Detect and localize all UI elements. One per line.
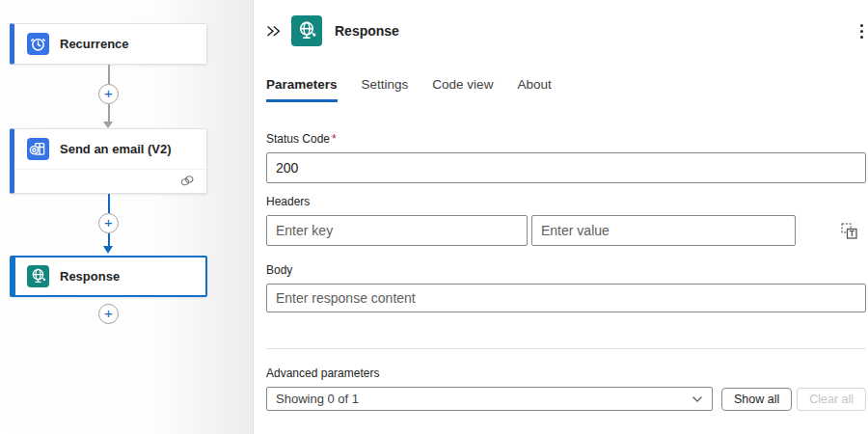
section-divider	[266, 348, 866, 349]
double-chevron-right-icon	[264, 24, 281, 39]
node-label: Response	[60, 269, 120, 284]
headers-key-input[interactable]	[266, 215, 528, 246]
more-options-button[interactable]	[857, 21, 866, 41]
advanced-parameters-dropdown[interactable]: Showing 0 of 1	[266, 387, 713, 411]
required-mark: *	[332, 132, 337, 146]
response-globe-icon	[291, 15, 322, 46]
flow-designer: Recurrence +	[0, 0, 868, 434]
connector-arrow	[103, 122, 113, 128]
insert-action-button[interactable]: +	[98, 304, 119, 324]
insert-action-button[interactable]: +	[98, 213, 119, 233]
flow-canvas[interactable]: Recurrence +	[0, 0, 254, 434]
tab-settings[interactable]: Settings	[362, 77, 409, 102]
panel-title: Response	[335, 23, 399, 39]
status-code-label: Status Code*	[266, 132, 866, 146]
connector-line	[108, 104, 110, 122]
node-send-email[interactable]: Send an email (V2)	[10, 128, 207, 194]
kebab-menu-icon	[860, 24, 863, 27]
tab-parameters[interactable]: Parameters	[266, 77, 338, 102]
headers-label: Headers	[266, 195, 866, 208]
headers-value-input[interactable]	[531, 215, 796, 246]
node-recurrence[interactable]: Recurrence	[10, 23, 207, 65]
outlook-icon	[27, 138, 49, 160]
panel-tabs: Parameters Settings Code view About	[266, 77, 866, 102]
clear-all-button[interactable]: Clear all	[797, 388, 866, 411]
collapse-panel-button[interactable]	[259, 18, 285, 43]
insert-action-button[interactable]: +	[98, 84, 119, 104]
body-input[interactable]	[266, 284, 866, 312]
tab-code-view[interactable]: Code view	[432, 77, 493, 102]
text-mode-icon: T	[840, 222, 858, 240]
status-code-input[interactable]	[266, 152, 866, 183]
connector-line	[108, 65, 110, 84]
dropdown-value: Showing 0 of 1	[276, 392, 359, 406]
recurrence-clock-icon	[27, 33, 49, 55]
connection-link-icon[interactable]	[179, 175, 195, 187]
node-label: Send an email (V2)	[60, 142, 172, 156]
tab-about[interactable]: About	[517, 77, 551, 102]
action-panel: Response Parameters Settings Code view A…	[254, 0, 868, 434]
body-label: Body	[266, 263, 866, 277]
panel-header: Response	[259, 14, 866, 48]
connector-arrow	[103, 246, 113, 254]
chevron-down-icon	[692, 395, 703, 403]
advanced-parameters-label: Advanced parameters	[266, 366, 866, 380]
connector-line	[108, 233, 110, 247]
node-status-row	[14, 169, 206, 192]
show-all-button[interactable]: Show all	[721, 388, 792, 411]
response-globe-icon	[27, 265, 49, 287]
svg-text:T: T	[849, 229, 854, 238]
node-response[interactable]: Response	[10, 256, 207, 297]
connector-line	[108, 194, 110, 213]
switch-to-text-mode-button[interactable]: T	[838, 220, 859, 241]
node-label: Recurrence	[60, 37, 129, 51]
